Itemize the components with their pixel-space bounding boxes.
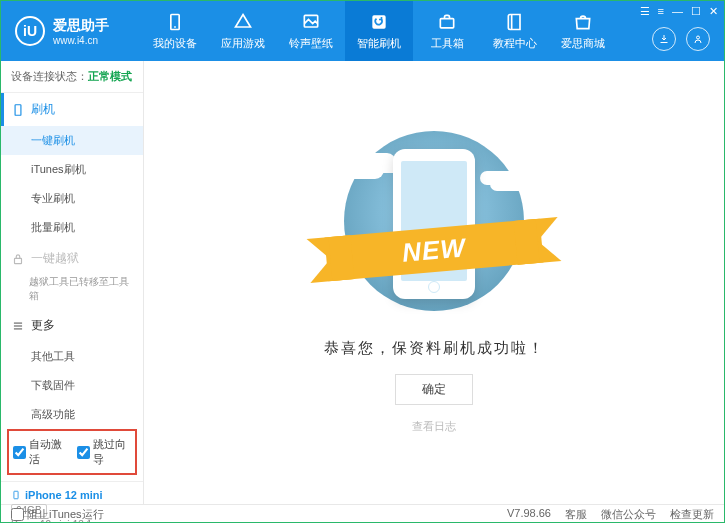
close-icon[interactable]: ✕ <box>709 5 718 18</box>
nav-store[interactable]: 爱思商城 <box>549 1 617 61</box>
pin-icon[interactable]: ≡ <box>658 5 664 18</box>
download-icon <box>658 33 670 45</box>
nav-smart-flash[interactable]: 智能刷机 <box>345 1 413 61</box>
maximize-icon[interactable]: ☐ <box>691 5 701 18</box>
sidebar-item-pro-flash[interactable]: 专业刷机 <box>1 184 143 213</box>
nav-toolbox[interactable]: 工具箱 <box>413 1 481 61</box>
app-name: 爱思助手 <box>53 17 109 35</box>
toolbox-icon <box>437 12 457 32</box>
lock-icon <box>11 252 25 266</box>
svg-rect-3 <box>372 15 385 28</box>
app-url: www.i4.cn <box>53 35 109 46</box>
book-icon <box>505 12 525 32</box>
view-log-link[interactable]: 查看日志 <box>412 419 456 434</box>
nav-ringtone[interactable]: 铃声壁纸 <box>277 1 345 61</box>
check-auto-activate-input[interactable] <box>13 446 26 459</box>
logo-icon: iU <box>15 16 45 46</box>
check-block-itunes-input[interactable] <box>11 508 24 521</box>
success-message: 恭喜您，保资料刷机成功啦！ <box>324 339 545 358</box>
store-icon <box>573 12 593 32</box>
phone-icon <box>165 12 185 32</box>
sidebar-item-download-firmware[interactable]: 下载固件 <box>1 371 143 400</box>
sidebar-item-other-tools[interactable]: 其他工具 <box>1 342 143 371</box>
download-button[interactable] <box>652 27 676 51</box>
nav-my-device[interactable]: 我的设备 <box>141 1 209 61</box>
user-icon <box>692 33 704 45</box>
sidebar-item-advanced[interactable]: 高级功能 <box>1 400 143 429</box>
phone-icon <box>11 488 21 502</box>
svg-point-6 <box>697 36 700 39</box>
top-nav: 我的设备 应用游戏 铃声壁纸 智能刷机 工具箱 教程中心 爱思商城 <box>141 1 617 61</box>
list-icon <box>11 319 25 333</box>
sidebar-item-batch-flash[interactable]: 批量刷机 <box>1 213 143 242</box>
check-auto-activate[interactable]: 自动激活 <box>13 437 67 467</box>
ok-button[interactable]: 确定 <box>395 374 473 405</box>
wallpaper-icon <box>301 12 321 32</box>
checks-box: 自动激活 跳过向导 <box>7 429 137 475</box>
main-content: NEW 恭喜您，保资料刷机成功啦！ 确定 查看日志 <box>144 61 724 504</box>
svg-rect-4 <box>440 18 453 27</box>
phone-illustration <box>393 149 475 299</box>
phone-icon <box>11 103 25 117</box>
check-skip-guide[interactable]: 跳过向导 <box>77 437 131 467</box>
svg-rect-8 <box>15 258 22 263</box>
apps-icon <box>233 12 253 32</box>
support-link[interactable]: 客服 <box>565 507 587 522</box>
logo-area: iU 爱思助手 www.i4.cn <box>1 16 141 46</box>
sidebar-cat-more[interactable]: 更多 <box>1 309 143 342</box>
check-skip-guide-input[interactable] <box>77 446 90 459</box>
nav-apps[interactable]: 应用游戏 <box>209 1 277 61</box>
profile-button[interactable] <box>686 27 710 51</box>
wechat-link[interactable]: 微信公众号 <box>601 507 656 522</box>
nav-tutorial[interactable]: 教程中心 <box>481 1 549 61</box>
version-label: V7.98.66 <box>507 507 551 522</box>
success-illustration: NEW <box>344 131 524 311</box>
sidebar-item-oneclick-flash[interactable]: 一键刷机 <box>1 126 143 155</box>
sidebar-item-itunes-flash[interactable]: iTunes刷机 <box>1 155 143 184</box>
minimize-icon[interactable]: — <box>672 5 683 18</box>
window-controls: ☰ ≡ — ☐ ✕ <box>640 5 718 18</box>
cloud-icon <box>490 177 530 191</box>
cloud-icon <box>334 161 384 179</box>
sidebar: 设备连接状态：正常模式 刷机 一键刷机 iTunes刷机 专业刷机 批量刷机 一… <box>1 61 144 504</box>
header: iU 爱思助手 www.i4.cn 我的设备 应用游戏 铃声壁纸 智能刷机 工具… <box>1 1 724 61</box>
sidebar-cat-flash[interactable]: 刷机 <box>1 93 143 126</box>
jailbreak-note: 越狱工具已转移至工具箱 <box>29 275 133 303</box>
sidebar-cat-jailbreak: 一键越狱 <box>1 242 143 275</box>
check-block-itunes[interactable]: 阻止iTunes运行 <box>11 507 104 522</box>
connection-status: 设备连接状态：正常模式 <box>1 61 143 93</box>
svg-rect-7 <box>15 104 21 115</box>
menu-icon[interactable]: ☰ <box>640 5 650 18</box>
svg-rect-12 <box>14 491 18 499</box>
refresh-icon <box>369 12 389 32</box>
check-update-link[interactable]: 检查更新 <box>670 507 714 522</box>
